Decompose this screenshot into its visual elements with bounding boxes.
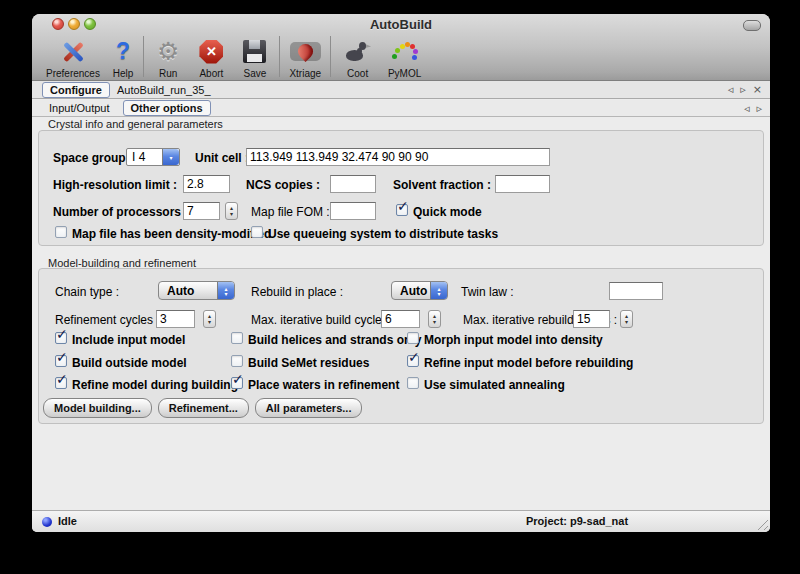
- chain-type-value: Auto: [167, 284, 194, 298]
- desktop: { "window": { "title": "AutoBuild" }, "c…: [0, 0, 800, 574]
- run-gear-icon: ⚙: [157, 39, 179, 65]
- ncs-copies-input[interactable]: [330, 175, 376, 193]
- refinement-button[interactable]: Refinement...: [158, 398, 249, 418]
- tab-configure[interactable]: Configure: [42, 82, 110, 98]
- build-cycles-label: Max. iterative build cycles :: [251, 313, 394, 327]
- tab-autobuild-run[interactable]: AutoBuild_run_35_: [110, 83, 218, 97]
- morph-model-checkbox[interactable]: [407, 332, 419, 344]
- queueing-label: Use queueing system to distribute tasks: [268, 227, 498, 241]
- build-outside-label: Build outside model: [72, 356, 187, 370]
- space-group-combo[interactable]: I 4 ▾: [126, 148, 180, 166]
- refine-before-rebuild-label: Refine input model before rebuilding: [424, 356, 633, 370]
- tab-other-options[interactable]: Other options: [123, 100, 211, 116]
- model-building-button[interactable]: Model building...: [43, 398, 152, 418]
- all-parameters-button[interactable]: All parameters...: [255, 398, 363, 418]
- unit-cell-label: Unit cell :: [195, 151, 249, 165]
- queueing-checkbox[interactable]: [251, 226, 263, 238]
- sub-tab-bar: Input/Output Other options ◃ ▹: [32, 100, 770, 117]
- toolbar-label: Coot: [347, 68, 368, 79]
- tab-input-output[interactable]: Input/Output: [42, 101, 117, 115]
- rebuild-in-place-value: Auto: [400, 284, 427, 298]
- model-section-box: Chain type : Auto ▴▾ Rebuild in place : …: [38, 268, 764, 424]
- status-bar: Idle Project: p9-sad_nat: [32, 510, 770, 532]
- status-idle-icon: [42, 517, 52, 527]
- toolbar-label: Xtriage: [289, 68, 321, 79]
- toolbar-label: PyMOL: [388, 68, 421, 79]
- ncs-copies-label: NCS copies :: [246, 178, 320, 192]
- twin-law-label: Twin law :: [461, 285, 514, 299]
- tab-close-icon[interactable]: ×: [753, 84, 762, 95]
- toolbar: Preferences ? Help ⚙ Run ✕ Abort Save: [40, 33, 428, 79]
- chain-type-popup[interactable]: Auto ▴▾: [158, 281, 235, 300]
- place-waters-checkbox[interactable]: [231, 377, 243, 389]
- density-modified-checkbox[interactable]: [55, 226, 67, 238]
- pymol-button[interactable]: PyMOL: [381, 33, 428, 79]
- high-res-input[interactable]: [183, 175, 230, 193]
- map-fom-input[interactable]: [330, 202, 376, 220]
- abort-icon: ✕: [199, 40, 223, 64]
- num-processors-input[interactable]: [183, 202, 220, 220]
- toolbar-label: Preferences: [46, 68, 100, 79]
- coot-bird-icon: [344, 39, 371, 64]
- run-button[interactable]: ⚙ Run: [147, 33, 189, 79]
- refinement-cycles-input[interactable]: [156, 310, 195, 328]
- project-label: Project: p9-sad_nat: [526, 515, 628, 527]
- toolbar-separator: [330, 36, 331, 77]
- main-tab-bar: Configure AutoBuild_run_35_ ◃ ▹ ×: [32, 81, 770, 99]
- simulated-annealing-checkbox[interactable]: [407, 377, 419, 389]
- toolbar-toggle-button[interactable]: [743, 20, 761, 31]
- preferences-icon: [60, 39, 86, 65]
- resize-grip[interactable]: [755, 517, 768, 530]
- pymol-ribbon-icon: [391, 40, 418, 64]
- window-title: AutoBuild: [32, 17, 770, 32]
- rebuild-cycles-stepper[interactable]: ▴▾: [620, 310, 633, 328]
- rebuild-in-place-popup[interactable]: Auto ▴▾: [391, 281, 448, 300]
- subtab-scroll-right-icon[interactable]: ▹: [756, 103, 762, 114]
- toolbar-label: Help: [113, 68, 134, 79]
- coot-button[interactable]: Coot: [334, 33, 381, 79]
- save-floppy-icon: [243, 40, 266, 63]
- refine-during-building-checkbox[interactable]: [55, 377, 67, 389]
- quick-mode-checkbox[interactable]: [396, 204, 408, 216]
- abort-button[interactable]: ✕ Abort: [189, 33, 233, 79]
- tab-scroll-left-icon[interactable]: ◃: [728, 84, 734, 95]
- include-input-model-checkbox[interactable]: [55, 332, 67, 344]
- include-input-model-label: Include input model: [72, 333, 185, 347]
- save-button[interactable]: Save: [233, 33, 276, 79]
- build-semet-label: Build SeMet residues: [248, 356, 369, 370]
- xtriage-button[interactable]: Xtriage: [283, 33, 327, 79]
- preferences-button[interactable]: Preferences: [40, 33, 106, 79]
- num-processors-stepper[interactable]: ▴▾: [225, 202, 238, 220]
- build-cycles-input[interactable]: [381, 310, 420, 328]
- solvent-fraction-input[interactable]: [495, 175, 550, 193]
- space-group-value: I 4: [132, 150, 145, 164]
- twin-law-input[interactable]: [609, 282, 663, 300]
- toolbar-label: Run: [159, 68, 177, 79]
- simulated-annealing-label: Use simulated annealing: [424, 378, 565, 392]
- help-button[interactable]: ? Help: [106, 33, 140, 79]
- parameter-buttons-row: Model building... Refinement... All para…: [43, 398, 362, 418]
- subtab-scroll-left-icon[interactable]: ◃: [744, 103, 750, 114]
- refine-before-rebuild-checkbox[interactable]: [407, 355, 419, 367]
- toolbar-separator: [143, 36, 144, 77]
- refinement-cycles-stepper[interactable]: ▴▾: [203, 310, 216, 328]
- unit-cell-input[interactable]: [246, 148, 550, 166]
- crystal-section-box: Space group : I 4 ▾ Unit cell : High-res…: [38, 130, 764, 246]
- xtriage-icon: [295, 41, 316, 62]
- build-cycles-stepper[interactable]: ▴▾: [428, 310, 441, 328]
- rebuild-in-place-label: Rebuild in place :: [251, 285, 343, 299]
- help-icon: ?: [116, 39, 130, 64]
- space-group-label: Space group :: [53, 151, 133, 165]
- solvent-fraction-label: Solvent fraction :: [393, 178, 491, 192]
- build-outside-checkbox[interactable]: [55, 355, 67, 367]
- rebuild-cycles-input[interactable]: [573, 310, 610, 328]
- density-modified-label: Map file has been density-modified: [72, 227, 271, 241]
- popup-arrows-icon: ▴▾: [217, 282, 234, 299]
- toolbar-label: Save: [244, 68, 267, 79]
- quick-mode-label: Quick mode: [413, 205, 482, 219]
- tab-scroll-right-icon[interactable]: ▹: [740, 84, 746, 95]
- build-helices-checkbox[interactable]: [231, 332, 243, 344]
- build-semet-checkbox[interactable]: [231, 355, 243, 367]
- xtriage-selected-highlight: [290, 42, 321, 61]
- refine-during-building-label: Refine model during building: [72, 378, 238, 392]
